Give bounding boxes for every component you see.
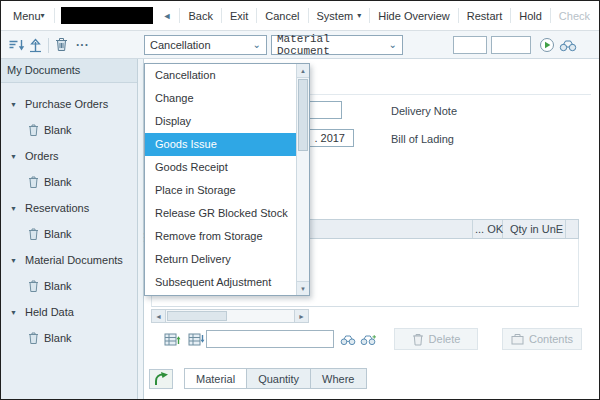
menu-item-remove-from-storage[interactable]: Remove from Storage [145, 225, 296, 248]
chevron-down-icon: ▾ [357, 2, 361, 30]
menu-item-goods-issue[interactable]: Goods Issue [145, 133, 296, 156]
menu-item-place-in-storage[interactable]: Place in Storage [145, 179, 296, 202]
sort-ascending-icon[interactable] [28, 38, 43, 53]
tree-expand-icon[interactable]: ▼ [10, 101, 19, 108]
tree-group-purchase-orders[interactable]: ▼ Purchase Orders [1, 91, 137, 117]
menu-item-release-gr-blocked-stock[interactable]: Release GR Blocked Stock [145, 202, 296, 225]
find-next-icon[interactable] [360, 334, 376, 346]
item-toolbar: Delete Contents [144, 327, 599, 353]
tree-expand-icon[interactable]: ▼ [10, 257, 19, 264]
horizontal-scrollbar[interactable]: ◄ ► [151, 309, 309, 323]
menu-label: Menu [13, 10, 41, 22]
hold-button[interactable]: Hold [513, 2, 548, 30]
chevron-down-icon: ▾ [41, 11, 45, 20]
scroll-up-icon[interactable]: ▲ [297, 64, 309, 78]
tree-group-held-data[interactable]: ▼ Held Data [1, 299, 137, 325]
column-header-qty[interactable]: Qty in UnE [510, 220, 563, 238]
menu-item-return-delivery[interactable]: Return Delivery [145, 248, 296, 271]
tree-group-label: Purchase Orders [25, 98, 108, 110]
column-divider [472, 220, 473, 238]
command-field[interactable] [61, 7, 153, 24]
menu-item-display[interactable]: Display [145, 110, 296, 133]
toolbar-field-2[interactable] [491, 36, 531, 54]
tab-material[interactable]: Material [184, 368, 247, 389]
restart-button[interactable]: Restart [461, 2, 508, 30]
delete-button[interactable]: Delete [394, 328, 478, 350]
divider [458, 8, 459, 23]
dropdown-scrollbar[interactable]: ▲ ▼ [296, 64, 309, 295]
trash-icon[interactable] [55, 37, 68, 52]
tab-quantity[interactable]: Quantity [247, 368, 311, 389]
table-layout-icon[interactable] [164, 332, 181, 347]
binoculars-icon[interactable] [559, 39, 577, 52]
tree-item-label: Blank [44, 124, 72, 136]
cancel-button[interactable]: Cancel [259, 2, 305, 30]
tree-expand-icon[interactable]: ▼ [10, 205, 19, 212]
item-search-input[interactable] [206, 330, 334, 348]
tree-item-label: Blank [44, 332, 72, 344]
table-filter-icon[interactable] [188, 332, 205, 347]
menu-item-subsequent-adjustment[interactable]: Subsequent Adjustment [145, 271, 296, 294]
divider [48, 38, 49, 53]
execute-icon[interactable] [539, 37, 555, 53]
tree-group-reservations[interactable]: ▼ Reservations [1, 195, 137, 221]
tree-item-blank[interactable]: Blank [1, 169, 137, 195]
exit-button[interactable]: Exit [224, 2, 254, 30]
tree-item-label: Blank [44, 176, 72, 188]
scrollbar-thumb[interactable] [167, 311, 227, 321]
green-arrow-icon [153, 372, 169, 386]
tree-expand-icon[interactable]: ▼ [10, 309, 19, 316]
sidebar-title: My Documents [1, 59, 137, 83]
tree-item-blank[interactable]: Blank [1, 325, 137, 351]
tree-expand-icon[interactable]: ▼ [10, 153, 19, 160]
tree-group-orders[interactable]: ▼ Orders [1, 143, 137, 169]
scrollbar-track[interactable] [166, 310, 294, 322]
tree-item-label: Blank [44, 280, 72, 292]
tree-item-blank[interactable]: Blank [1, 273, 137, 299]
divider [256, 8, 257, 23]
divider [369, 8, 370, 23]
column-divider [565, 220, 566, 238]
collapse-left-icon[interactable]: ◄ [157, 11, 178, 21]
system-label: System [317, 2, 354, 30]
documents-tree: ▼ Purchase Orders Blank ▼ Orders Blank ▼… [1, 83, 137, 351]
bin-icon [28, 332, 39, 344]
menu-item-cancellation[interactable]: Cancellation [145, 64, 296, 87]
refdoc-combo-value: Material Document [277, 33, 389, 57]
scroll-left-icon[interactable]: ◄ [152, 310, 166, 322]
documents-sidebar: My Documents ▼ Purchase Orders Blank ▼ O… [1, 59, 138, 399]
divider [510, 8, 511, 23]
back-button[interactable]: Back [182, 2, 218, 30]
check-button[interactable]: Check [553, 2, 596, 30]
tree-group-label: Material Documents [25, 254, 123, 266]
hide-overview-button[interactable]: Hide Overview [372, 2, 456, 30]
column-header-ok[interactable]: ... OK [475, 220, 503, 238]
sort-descending-icon[interactable] [8, 38, 25, 53]
action-combo[interactable]: Cancellation ⌄ [144, 35, 267, 55]
sap-window: Menu ▾ ◄ Back Exit Cancel System ▾ Hide … [0, 0, 600, 400]
detail-toggle-button[interactable] [149, 369, 173, 389]
action-dropdown-menu: Cancellation Change Display Goods Issue … [144, 63, 310, 296]
toolbar-field-1[interactable] [453, 36, 487, 54]
scroll-right-icon[interactable]: ► [294, 310, 308, 322]
menu-item-goods-receipt[interactable]: Goods Receipt [145, 156, 296, 179]
tree-group-material-documents[interactable]: ▼ Material Documents [1, 247, 137, 273]
more-options-icon[interactable]: ... [76, 35, 89, 49]
contents-button[interactable]: Contents [502, 328, 582, 350]
detail-tabs-row: Material Quantity Where [144, 367, 599, 391]
chevron-down-icon: ⌄ [389, 40, 397, 50]
divider [221, 8, 222, 23]
tree-group-label: Reservations [25, 202, 89, 214]
divider [308, 8, 309, 23]
scrollbar-thumb[interactable] [298, 79, 308, 151]
find-icon[interactable] [340, 334, 356, 346]
menu-item-change[interactable]: Change [145, 87, 296, 110]
tree-item-blank[interactable]: Blank [1, 221, 137, 247]
tab-where[interactable]: Where [311, 368, 366, 389]
contents-label: Contents [529, 333, 573, 345]
scroll-down-icon[interactable]: ▼ [297, 281, 309, 295]
tree-item-blank[interactable]: Blank [1, 117, 137, 143]
system-button[interactable]: System ▾ [311, 2, 368, 30]
menu-button[interactable]: Menu ▾ [6, 1, 52, 30]
refdoc-combo[interactable]: Material Document ⌄ [271, 35, 403, 55]
